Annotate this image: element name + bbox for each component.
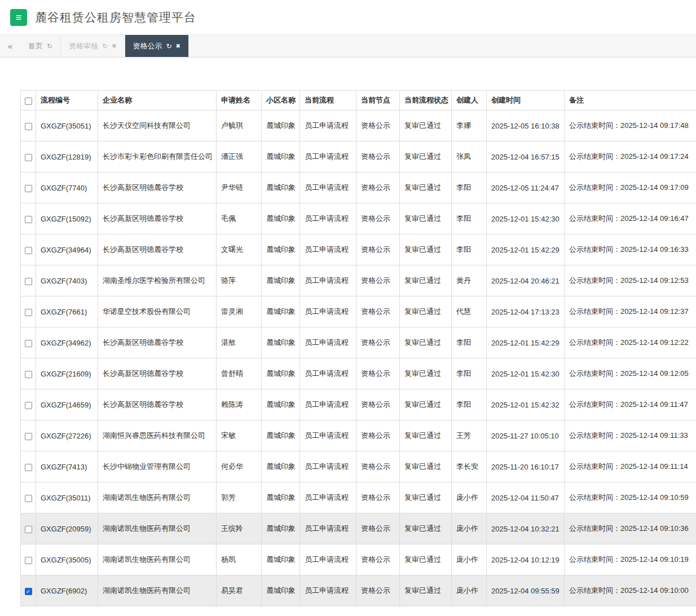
- cell-company: 长沙高新区明德麓谷学校: [98, 172, 217, 203]
- cell-status: 复审已通过: [400, 265, 452, 296]
- cell-applicant: 王缤羚: [217, 513, 262, 544]
- cell-code: GXGZF(7413): [36, 451, 98, 482]
- row-checkbox[interactable]: [25, 557, 32, 564]
- cell-community: 麓城印象: [262, 544, 300, 575]
- table-row[interactable]: GXGZF(15092)长沙高新区明德麓谷学校毛佩麓城印象员工申请流程资格公示复…: [21, 203, 696, 234]
- table-row[interactable]: ✓GXGZF(6902)湖南诺凯生物医药有限公司易昊君麓城印象员工申请流程资格公…: [21, 575, 696, 606]
- cell-created: 2025-12-04 17:13:23: [487, 296, 565, 327]
- cell-node: 资格公示: [356, 389, 400, 420]
- cell-node: 资格公示: [356, 575, 400, 606]
- cell-code: GXGZF(15092): [36, 203, 98, 234]
- cell-process: 员工申请流程: [300, 482, 356, 513]
- row-checkbox-cell: [21, 513, 36, 544]
- cell-node: 资格公示: [356, 110, 400, 141]
- tab-qualification-review[interactable]: 资格审核↻✖: [61, 35, 125, 57]
- row-checkbox[interactable]: [25, 371, 32, 378]
- cell-node: 资格公示: [356, 327, 400, 358]
- cell-company: 华诺星空技术股份有限公司: [98, 296, 217, 327]
- cell-remark: 公示结束时间：2025-12-14 09:17:48: [565, 110, 696, 141]
- row-checkbox[interactable]: [25, 433, 32, 440]
- cell-creator: 黄丹: [452, 265, 487, 296]
- cell-code: GXGZF(7403): [36, 265, 98, 296]
- refresh-icon[interactable]: ↻: [102, 42, 108, 50]
- cell-creator: 李阳: [452, 234, 487, 265]
- cell-company: 湖南诺凯生物医药有限公司: [98, 513, 217, 544]
- row-checkbox[interactable]: [25, 123, 32, 130]
- cell-code: GXGZF(34962): [36, 327, 98, 358]
- table-row[interactable]: GXGZF(34964)长沙高新区明德麓谷学校文曙光麓城印象员工申请流程资格公示…: [21, 234, 696, 265]
- row-checkbox[interactable]: [25, 402, 32, 409]
- table-row[interactable]: GXGZF(35005)湖南诺凯生物医药有限公司杨凯麓城印象员工申请流程资格公示…: [21, 544, 696, 575]
- cell-company: 长沙高新区明德麓谷学校: [98, 234, 217, 265]
- table-row[interactable]: GXGZF(27226)湖南恒兴睿思医药科技有限公司宋敏麓城印象员工申请流程资格…: [21, 420, 696, 451]
- table-row[interactable]: GXGZF(7740)长沙高新区明德麓谷学校尹华链麓城印象员工申请流程资格公示复…: [21, 172, 696, 203]
- table-row[interactable]: GXGZF(35011)湖南诺凯生物医药有限公司郭芳麓城印象员工申请流程资格公示…: [21, 482, 696, 513]
- cell-node: 资格公示: [356, 513, 400, 544]
- cell-applicant: 宋敏: [217, 420, 262, 451]
- table-row[interactable]: GXGZF(21609)长沙高新区明德麓谷学校曾舒晴麓城印象员工申请流程资格公示…: [21, 358, 696, 389]
- cell-node: 资格公示: [356, 203, 400, 234]
- cell-community: 麓城印象: [262, 482, 300, 513]
- tab-qualification-publicity[interactable]: 资格公示↻✖: [125, 35, 189, 57]
- row-checkbox-cell: [21, 420, 36, 451]
- cell-status: 复审已通过: [400, 513, 452, 544]
- refresh-icon[interactable]: ↻: [166, 42, 172, 50]
- table-row[interactable]: GXGZF(14659)长沙高新区明德麓谷学校赖陈涛麓城印象员工申请流程资格公示…: [21, 389, 696, 420]
- select-all-checkbox[interactable]: [25, 98, 32, 105]
- column-header: 当前流程状态: [400, 91, 452, 110]
- row-checkbox[interactable]: [25, 278, 32, 285]
- cell-code: GXGZF(35011): [36, 482, 98, 513]
- cell-node: 资格公示: [356, 296, 400, 327]
- cell-company: 湖南诺凯生物医药有限公司: [98, 482, 217, 513]
- row-checkbox[interactable]: [25, 247, 32, 254]
- cell-process: 员工申请流程: [300, 296, 356, 327]
- row-checkbox[interactable]: [25, 526, 32, 533]
- tab-bar: « 首页↻资格审核↻✖资格公示↻✖: [0, 35, 696, 57]
- cell-status: 复审已通过: [400, 141, 452, 172]
- cell-remark: 公示结束时间：2025-12-14 09:17:09: [565, 172, 696, 203]
- cell-remark: 公示结束时间：2025-12-14 09:17:24: [565, 141, 696, 172]
- table-row[interactable]: GXGZF(12819)长沙市彩卡彩色印刷有限责任公司潘正强麓城印象员工申请流程…: [21, 141, 696, 172]
- close-tab-icon[interactable]: ✖: [112, 43, 116, 49]
- table-row[interactable]: GXGZF(7403)湖南圣维尔医学检验所有限公司骆萍麓城印象员工申请流程资格公…: [21, 265, 696, 296]
- cell-code: GXGZF(14659): [36, 389, 98, 420]
- cell-created: 2025-12-04 16:57:15: [487, 141, 565, 172]
- row-checkbox[interactable]: [25, 216, 32, 223]
- cell-created: 2025-11-27 10:05:10: [487, 420, 565, 451]
- cell-creator: 李阳: [452, 203, 487, 234]
- table-row[interactable]: GXGZF(35051)长沙天仪空间科技有限公司卢毓琪麓城印象员工申请流程资格公…: [21, 110, 696, 141]
- cell-community: 麓城印象: [262, 265, 300, 296]
- row-checkbox[interactable]: [25, 495, 32, 502]
- table-row[interactable]: GXGZF(7413)长沙中锦物业管理有限公司何必华麓城印象员工申请流程资格公示…: [21, 451, 696, 482]
- tab-home[interactable]: 首页↻: [20, 35, 61, 57]
- cell-community: 麓城印象: [262, 327, 300, 358]
- table-row[interactable]: GXGZF(7661)华诺星空技术股份有限公司雷灵湘麓城印象员工申请流程资格公示…: [21, 296, 696, 327]
- row-checkbox-cell: [21, 296, 36, 327]
- table-row[interactable]: GXGZF(34962)长沙高新区明德麓谷学校湛敖麓城印象员工申请流程资格公示复…: [21, 327, 696, 358]
- cell-company: 长沙高新区明德麓谷学校: [98, 389, 217, 420]
- cell-process: 员工申请流程: [300, 451, 356, 482]
- row-checkbox[interactable]: [25, 340, 32, 347]
- row-checkbox[interactable]: [25, 464, 32, 471]
- cell-process: 员工申请流程: [300, 110, 356, 141]
- cell-applicant: 毛佩: [217, 203, 262, 234]
- refresh-icon[interactable]: ↻: [47, 42, 52, 50]
- cell-creator: 李娜: [452, 110, 487, 141]
- row-checkbox[interactable]: [25, 185, 32, 192]
- table-row[interactable]: GXGZF(20959)湖南诺凯生物医药有限公司王缤羚麓城印象员工申请流程资格公…: [21, 513, 696, 544]
- menu-button[interactable]: ≡: [10, 9, 27, 26]
- cell-status: 复审已通过: [400, 203, 452, 234]
- row-checkbox[interactable]: [25, 309, 32, 316]
- cell-creator: 李阳: [452, 172, 487, 203]
- row-checkbox[interactable]: [25, 154, 32, 161]
- cell-remark: 公示结束时间：2025-12-14 09:10:59: [565, 482, 696, 513]
- cell-remark: 公示结束时间：2025-12-14 09:16:33: [565, 234, 696, 265]
- collapse-tabs-button[interactable]: «: [0, 35, 20, 57]
- cell-code: GXGZF(7740): [36, 172, 98, 203]
- cell-node: 资格公示: [356, 265, 400, 296]
- close-tab-icon[interactable]: ✖: [176, 43, 180, 49]
- row-checkbox-cell: [21, 389, 36, 420]
- cell-creator: 李阳: [452, 358, 487, 389]
- row-checkbox[interactable]: ✓: [25, 588, 32, 595]
- cell-created: 2025-12-04 20:46:21: [487, 265, 565, 296]
